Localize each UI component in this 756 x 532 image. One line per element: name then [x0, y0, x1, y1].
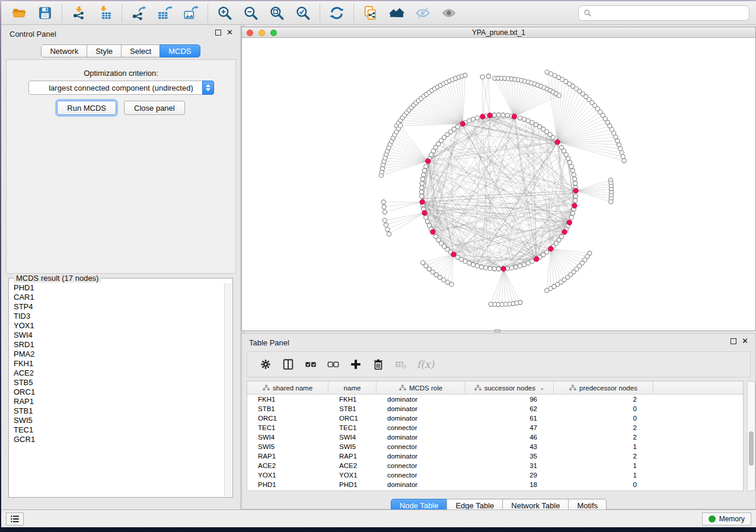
table-row[interactable]: ORC1ORC1dominator610: [247, 414, 743, 423]
zoom-out-icon[interactable]: [242, 4, 260, 22]
column-header-predecessor-nodes[interactable]: predecessor nodes: [554, 382, 653, 394]
tab-network[interactable]: Network: [41, 44, 87, 57]
table-row[interactable]: SWI4SWI4dominator462: [247, 432, 743, 442]
cell-shared-name: ORC1: [247, 415, 328, 422]
mcds-result-item[interactable]: STB5: [9, 378, 224, 387]
table-row[interactable]: YOX1YOX1connector291: [247, 470, 743, 480]
network-window-titlebar[interactable]: YPA_prune.txt_1: [242, 27, 755, 38]
hide-graphics-icon[interactable]: [414, 4, 432, 22]
table-row[interactable]: STB1STB1dominator620: [247, 404, 743, 414]
search-input[interactable]: [592, 7, 749, 19]
window-close-icon[interactable]: [247, 30, 253, 36]
window-minimize-icon[interactable]: [259, 30, 265, 36]
cell-predecessor-nodes: 0: [554, 415, 653, 422]
mcds-result-item[interactable]: RAP1: [9, 397, 224, 406]
mcds-result-item[interactable]: TEC1: [9, 425, 224, 435]
table-row[interactable]: RAP1RAP1dominator352: [247, 451, 743, 461]
search-field[interactable]: [578, 5, 749, 21]
cell-MCDS-role: connector: [377, 462, 465, 469]
mcds-result-item[interactable]: ACE2: [9, 368, 224, 378]
sort-descending-icon: ⌄: [540, 384, 544, 391]
delete-column-icon[interactable]: [371, 357, 386, 372]
tab-style[interactable]: Style: [87, 44, 122, 57]
cell-name: RAP1: [328, 453, 377, 460]
mcds-result-item[interactable]: SWI4: [9, 331, 224, 340]
cell-MCDS-role: dominator: [377, 434, 465, 441]
table-scrollbar-thumb[interactable]: [749, 431, 754, 466]
column-header-name[interactable]: name: [328, 382, 377, 394]
export-image-icon[interactable]: [182, 4, 200, 22]
mcds-result-item[interactable]: ORC1: [9, 387, 224, 397]
mcds-result-item[interactable]: FKH1: [9, 359, 224, 368]
mcds-result-list[interactable]: PHD1CAR1STP4TID3YOX1SWI4SRD1PMA2FKH1ACE2…: [9, 283, 224, 496]
close-table-panel-icon[interactable]: ✕: [742, 338, 748, 344]
table-row[interactable]: PHD1PHD1dominator180: [247, 480, 743, 489]
task-history-button[interactable]: [6, 512, 24, 525]
window-maximize-icon[interactable]: [270, 30, 277, 36]
network-view-window: YPA_prune.txt_1: [241, 27, 756, 331]
tab-mcds[interactable]: MCDS: [160, 44, 200, 57]
column-header-MCDS-role[interactable]: MCDS role: [377, 382, 465, 394]
table-row[interactable]: TEC1TEC1connector472: [247, 423, 743, 432]
column-header-shared-name[interactable]: shared name: [247, 382, 328, 394]
mcds-list-scrollbar[interactable]: [224, 283, 232, 496]
cell-shared-name: PHD1: [247, 481, 328, 488]
control-panel-title: Control Panel: [9, 30, 56, 39]
mcds-result-item[interactable]: YOX1: [9, 321, 224, 331]
table-row[interactable]: FKH1FKH1dominator962: [247, 395, 743, 404]
mcds-result-item[interactable]: STP4: [9, 302, 224, 312]
float-table-panel-icon[interactable]: [731, 338, 736, 344]
open-file-icon[interactable]: [10, 4, 28, 22]
zoom-fit-icon[interactable]: [268, 4, 286, 22]
refresh-icon[interactable]: [328, 4, 346, 22]
export-table-icon[interactable]: [156, 4, 174, 22]
column-visibility-icon[interactable]: [280, 357, 296, 372]
zoom-selected-icon[interactable]: [294, 4, 312, 22]
show-graphics-icon[interactable]: [440, 4, 458, 22]
cell-successor-nodes: 31: [465, 462, 554, 469]
cell-MCDS-role: dominator: [377, 453, 465, 460]
cell-name: TEC1: [328, 424, 377, 431]
run-mcds-button[interactable]: Run MCDS: [57, 101, 116, 115]
save-session-icon[interactable]: [36, 4, 54, 22]
mcds-result-item[interactable]: TID3: [9, 312, 224, 321]
horizontal-split-grip[interactable]: [495, 329, 500, 332]
mcds-result-item[interactable]: SWI5: [9, 416, 224, 425]
cell-predecessor-nodes: 2: [554, 424, 653, 431]
unselect-all-icon[interactable]: [326, 357, 341, 372]
float-panel-icon[interactable]: [215, 30, 221, 36]
close-panel-icon[interactable]: ✕: [227, 30, 233, 36]
cell-MCDS-role: dominator: [377, 415, 465, 422]
import-network-icon[interactable]: [70, 4, 88, 22]
cell-successor-nodes: 96: [465, 396, 554, 403]
column-header-successor-nodes[interactable]: successor nodes⌄: [465, 382, 554, 394]
zoom-in-icon[interactable]: [216, 4, 234, 22]
table-row[interactable]: ACE2ACE2connector311: [247, 461, 743, 470]
memory-button[interactable]: Memory: [702, 512, 751, 525]
network-canvas[interactable]: [242, 38, 755, 331]
mcds-result-item[interactable]: PMA2: [9, 350, 224, 359]
table-row[interactable]: SWI5SWI5connector431: [247, 442, 743, 451]
control-panel-tabs: NetworkStyleSelectMCDS: [1, 44, 240, 57]
mcds-result-item[interactable]: SRD1: [9, 340, 224, 350]
mcds-result-item[interactable]: GCR1: [9, 435, 224, 444]
cell-shared-name: SWI4: [247, 434, 328, 441]
add-column-icon[interactable]: [348, 357, 363, 372]
import-table-icon[interactable]: [96, 4, 114, 22]
tab-select[interactable]: Select: [121, 44, 160, 57]
function-builder-icon: f(x): [417, 358, 434, 370]
mcds-result-item[interactable]: CAR1: [9, 293, 224, 302]
select-all-icon[interactable]: [303, 357, 318, 372]
cell-name: STB1: [328, 405, 377, 412]
cell-successor-nodes: 62: [465, 405, 554, 412]
mcds-result-item[interactable]: PHD1: [9, 283, 224, 293]
close-panel-button[interactable]: Close panel: [124, 101, 185, 115]
criterion-select[interactable]: largest connected component (undirected): [28, 81, 214, 95]
criterion-select-value: largest connected component (undirected): [29, 84, 202, 92]
mcds-result-item[interactable]: STB1: [9, 406, 224, 416]
table-options-gear-icon[interactable]: [258, 357, 273, 372]
duplicate-network-icon[interactable]: [362, 4, 379, 22]
first-neighbors-icon[interactable]: [388, 4, 406, 22]
table-scrollbar[interactable]: [747, 381, 755, 491]
export-network-icon[interactable]: [130, 4, 148, 22]
